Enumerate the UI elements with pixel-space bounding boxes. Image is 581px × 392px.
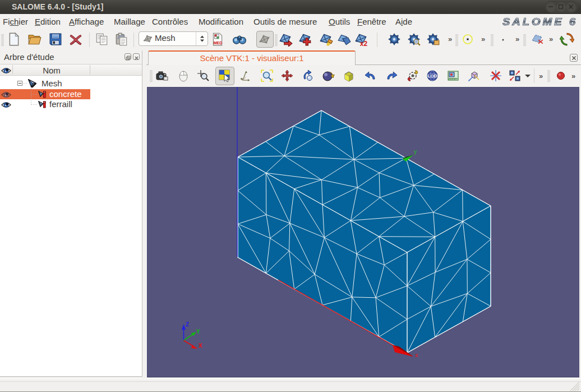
svg-text:LOD: LOD: [428, 73, 437, 79]
svg-text:x2: x2: [360, 40, 368, 47]
svg-text:MED: MED: [214, 41, 223, 45]
svg-text:x: x: [415, 352, 418, 358]
svg-text:Y: Y: [196, 329, 200, 335]
svg-text:y: y: [414, 149, 417, 155]
svg-text:Z: Z: [186, 321, 189, 328]
svg-text:X: X: [199, 343, 202, 349]
